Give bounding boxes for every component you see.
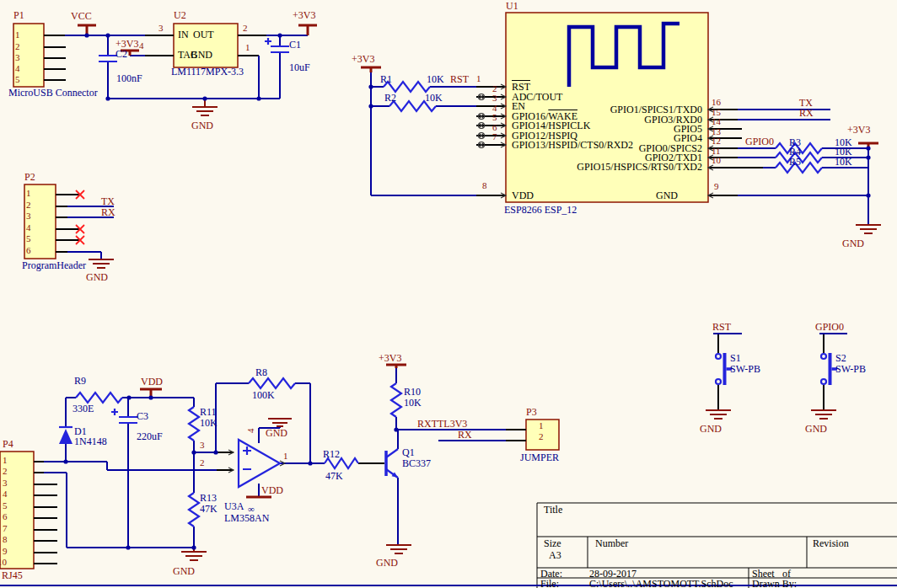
u1-pin-number: 14 (712, 117, 721, 127)
r5-designator: R5 (789, 157, 801, 168)
r9-value: 330E (73, 404, 94, 414)
u2-pin-number-out: 2 (243, 24, 248, 34)
p4-comment: RJ45 (2, 570, 23, 581)
q1-symbol (386, 449, 398, 478)
p1-pin-number: 2 (15, 42, 20, 52)
c1-symbol (265, 38, 289, 52)
p3v3-bar-u2-out (298, 25, 317, 35)
net-label-rxttl3v3: RXTTL3V3 (417, 419, 467, 430)
r8-symbol (249, 378, 295, 388)
c2-designator: C2 (115, 49, 127, 60)
r11-symbol (189, 407, 199, 441)
u3a-pin-number-noninv: 3 (200, 441, 205, 451)
u2-pin-name-out: OUT (193, 29, 214, 40)
c1-designator: C1 (289, 40, 301, 51)
net-label-rx-p2: RX (101, 207, 115, 218)
c2-value: 100nF (116, 73, 142, 84)
schematic-sheet: P1 1 2 3 4 5 MicroUSB Connector VCC U2 I… (0, 0, 897, 588)
gnd-symbol-opamp (268, 419, 292, 427)
gnd-label-q1: GND (376, 558, 398, 569)
u3a-pin-number-inv: 2 (200, 458, 205, 468)
u1-pin-number: 16 (712, 98, 721, 108)
u1-pin-label-vdd: VDD (512, 190, 534, 201)
p1-pin-number: 1 (15, 30, 20, 40)
p4-pin-number: 10 (0, 558, 7, 568)
s1-comment: SW-PB (730, 364, 760, 375)
c1-value: 10uF (289, 62, 310, 73)
r11-designator: R11 (200, 407, 217, 418)
p1-pin-number: 5 (15, 75, 20, 85)
p2-pin-number: 1 (26, 189, 31, 199)
p4-pin-number: 6 (3, 512, 8, 522)
power-label-3v3-esp-left: +3V3 (352, 54, 374, 65)
u1-pin-number: 10 (712, 156, 721, 166)
p4-pin-number: 5 (3, 501, 8, 511)
c3-symbol (111, 409, 137, 423)
p3v3-bar-esp-left (361, 67, 381, 72)
u3a-designator: U3A (224, 501, 244, 512)
net-label-rx: RX (799, 108, 814, 119)
opamp-symbol (239, 440, 280, 487)
q1-value: BC337 (402, 458, 431, 469)
power-label-vdd: VDD (141, 377, 163, 388)
gnd-symbol-regulator (192, 99, 218, 115)
p1-designator: P1 (13, 10, 24, 21)
title-block-size-value: A3 (549, 550, 561, 561)
title-block-file-value: C:\Users\..\AMSTOMOTT.SchDoc (589, 579, 733, 588)
title-block-title-label: Title (544, 505, 562, 516)
net-label-gpio0-s2: GPIO0 (815, 322, 844, 333)
u3a-pin-number-out: 1 (283, 452, 288, 462)
s2-comment: SW-PB (835, 364, 866, 375)
p3-pin-number: 1 (539, 421, 544, 431)
u3a-pin-number-power: 4 (246, 429, 256, 434)
p2-designator: P2 (24, 172, 35, 183)
u1-pin-number: 7 (492, 132, 497, 142)
p2-pin-number: 5 (26, 234, 31, 244)
s1-designator: S1 (730, 353, 741, 364)
r10-designator: R10 (404, 387, 421, 398)
r10-symbol (391, 383, 401, 417)
net-label-rx-p3: RX (458, 430, 472, 441)
p4-pin-number: 1 (3, 456, 8, 466)
title-block-number-label: Number (595, 538, 628, 549)
c3-designator: C3 (137, 411, 148, 422)
r9-symbol (76, 393, 122, 403)
p2-comment: ProgramHeader (22, 260, 86, 271)
power-label-3v3-r10: +3V3 (379, 353, 401, 364)
p2-pin-number: 3 (26, 211, 31, 222)
s2-designator: S2 (835, 353, 846, 364)
p2-pin-number: 6 (26, 246, 31, 256)
p4-pin-number: 3 (3, 478, 8, 489)
no-connect-marks-u1 (479, 94, 485, 148)
u1-pin-number: 3 (492, 94, 497, 104)
component-bodies (0, 13, 708, 569)
net-label-rst-s1: RST (712, 322, 731, 333)
vdd-label-opamp: VDD (261, 485, 283, 496)
gnd-label-regulator: GND (191, 120, 213, 131)
p4-pin-number: 7 (3, 524, 8, 534)
p1-comment: MicroUSB Connector (8, 88, 98, 99)
u2-pin-number-in: 3 (158, 24, 164, 34)
u1-pin-label-text: GPIO13/HSPID/CTS0/RXD2 (512, 139, 633, 151)
gnd-symbol-s2 (811, 410, 836, 419)
r9-designator: R9 (74, 376, 86, 387)
gnd-label-s2: GND (805, 424, 827, 435)
p1-pin-number: 4 (15, 64, 20, 74)
u2-pin-name-in: IN (178, 29, 189, 40)
u3a-comment: LM358AN (224, 513, 269, 524)
r2-value: 10K (425, 93, 443, 104)
u1-designator: U1 (506, 1, 518, 12)
junction-dots (63, 33, 870, 549)
title-block-revision-label: Revision (813, 538, 849, 549)
p3v3-bar-esp-right (858, 143, 878, 147)
c2-symbol (99, 56, 117, 61)
p4-designator: P4 (3, 439, 13, 450)
r12-value: 47K (325, 471, 343, 482)
u1-pin-number: 1 (476, 74, 481, 84)
r2-designator: R2 (384, 93, 396, 104)
power-label-3v3-esp-right: +3V3 (847, 125, 870, 136)
net-label-rst: RST (450, 74, 469, 85)
p4-pin-number: 8 (3, 535, 8, 545)
power-label-3v3-out: +3V3 (293, 10, 315, 21)
gnd-symbol-q1 (386, 545, 411, 553)
